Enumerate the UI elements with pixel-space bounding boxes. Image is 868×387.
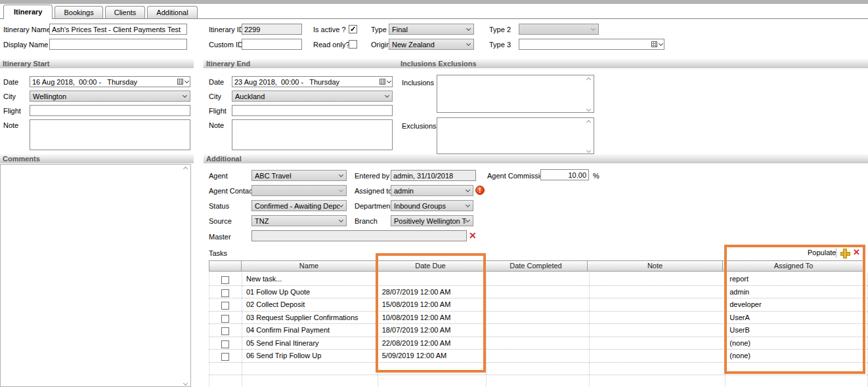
populate-button[interactable]: Populate — [808, 248, 836, 258]
task-date-due-cell[interactable]: 28/07/2019 12:00 AM — [378, 286, 487, 298]
scroll-down-icon[interactable] — [586, 107, 590, 112]
task-date-completed-cell[interactable] — [487, 312, 590, 324]
origin-select[interactable]: New Zealand — [389, 39, 474, 50]
task-note-cell[interactable] — [590, 375, 726, 387]
column-header-date-completed[interactable]: Date Completed — [484, 260, 588, 272]
task-date-completed-cell[interactable] — [487, 375, 590, 387]
display-name-input[interactable] — [49, 39, 187, 50]
comments-textarea[interactable] — [0, 164, 191, 387]
task-note-cell[interactable] — [590, 286, 726, 298]
task-name-cell[interactable] — [242, 363, 378, 375]
agent-contact-select[interactable] — [251, 185, 347, 196]
start-note-textarea[interactable] — [30, 119, 190, 150]
tab-clients[interactable]: Clients — [105, 6, 146, 18]
scroll-down-icon[interactable] — [183, 381, 187, 386]
task-date-completed-cell[interactable] — [487, 298, 590, 311]
read-only-checkbox[interactable] — [349, 40, 357, 49]
assigned-to-select[interactable]: admin — [391, 185, 473, 196]
task-date-completed-cell[interactable] — [487, 273, 590, 285]
task-note-cell[interactable] — [590, 298, 726, 311]
type2-select[interactable] — [519, 24, 599, 35]
task-date-completed-cell[interactable] — [487, 324, 590, 336]
task-checkbox[interactable] — [221, 302, 229, 310]
task-name-cell[interactable]: 03 Request Supplier Confirmations — [242, 312, 378, 324]
task-date-due-cell[interactable] — [378, 375, 487, 387]
task-name-cell[interactable]: 02 Collect Deposit — [242, 298, 378, 311]
column-header-name[interactable]: Name — [241, 260, 377, 272]
delete-task-icon[interactable]: ✕ — [853, 248, 860, 257]
department-select[interactable]: Inbound Groups — [391, 200, 473, 211]
task-assigned-to-cell[interactable]: (none) — [726, 350, 868, 362]
task-name-cell[interactable]: 01 Follow Up Quote — [242, 286, 378, 298]
tab-itinerary[interactable]: Itinerary — [3, 5, 53, 19]
tab-bookings[interactable]: Bookings — [54, 6, 102, 18]
custom-id-input[interactable] — [242, 39, 302, 50]
task-date-due-cell[interactable]: 15/08/2019 12:00 AM — [378, 298, 487, 311]
calendar-dropdown-button[interactable] — [378, 77, 392, 87]
task-assigned-to-cell[interactable] — [726, 363, 868, 375]
column-header-checkbox[interactable] — [209, 260, 242, 272]
calendar-dropdown-button[interactable] — [175, 77, 190, 87]
clear-master-icon[interactable]: ✕ — [469, 231, 477, 240]
task-checkbox[interactable] — [221, 315, 229, 323]
column-header-date-due[interactable]: Date Due — [376, 260, 485, 272]
task-checkbox[interactable] — [221, 353, 229, 361]
task-checkbox[interactable] — [221, 289, 229, 297]
add-task-icon[interactable] — [840, 249, 849, 257]
task-date-completed-cell[interactable] — [487, 350, 590, 362]
scroll-up-icon[interactable] — [183, 167, 187, 171]
task-assigned-to-cell[interactable] — [726, 375, 868, 387]
grid-dropdown-button[interactable] — [649, 39, 664, 49]
type-select[interactable]: Final — [389, 24, 474, 35]
task-name-cell[interactable]: 06 Send Trip Follow Up — [242, 350, 378, 362]
inclusions-textarea[interactable] — [437, 75, 594, 113]
task-checkbox[interactable] — [221, 276, 229, 284]
status-select[interactable]: Confirmed - Awaiting Deposi — [251, 200, 347, 211]
agent-select[interactable]: ABC Travel — [251, 170, 347, 181]
task-checkbox[interactable] — [221, 327, 229, 335]
start-date-picker[interactable]: 16 Aug 2018, 00:00 - Thursday — [30, 76, 190, 87]
exclusions-textarea[interactable] — [437, 117, 594, 154]
task-assigned-to-cell[interactable]: developer — [726, 298, 868, 311]
task-name-cell[interactable]: New task... — [242, 273, 378, 285]
task-date-completed-cell[interactable] — [487, 363, 590, 375]
task-date-due-cell[interactable] — [378, 363, 487, 375]
task-assigned-to-cell[interactable]: UserA — [726, 312, 868, 324]
tab-additional[interactable]: Additional — [147, 6, 197, 18]
scrollbar[interactable] — [181, 166, 189, 385]
start-city-select[interactable]: Wellington — [30, 91, 190, 102]
task-note-cell[interactable] — [590, 350, 726, 362]
task-date-due-cell[interactable]: 22/08/2019 12:00 AM — [378, 337, 487, 350]
task-date-completed-cell[interactable] — [487, 337, 590, 350]
task-note-cell[interactable] — [590, 324, 726, 336]
task-checkbox[interactable] — [221, 340, 229, 348]
scrollbar[interactable] — [584, 77, 592, 111]
task-date-due-cell[interactable]: 10/08/2019 12:00 AM — [378, 312, 487, 324]
task-date-completed-cell[interactable] — [487, 286, 590, 298]
branch-select[interactable]: Positively Wellington Tourisr — [391, 215, 473, 226]
start-flight-input[interactable] — [30, 105, 190, 116]
scroll-up-icon[interactable] — [586, 120, 590, 125]
scroll-down-icon[interactable] — [586, 148, 590, 153]
task-assigned-to-cell[interactable]: admin — [726, 286, 868, 298]
agent-commission-input[interactable] — [540, 169, 589, 180]
source-select[interactable]: TNZ — [251, 215, 347, 226]
type3-picker[interactable] — [519, 39, 664, 50]
task-name-cell[interactable]: 04 Confirm Final Payment — [242, 324, 378, 336]
task-name-cell[interactable] — [242, 375, 378, 387]
task-note-cell[interactable] — [590, 273, 726, 285]
task-note-cell[interactable] — [590, 312, 726, 324]
task-date-due-cell[interactable]: 18/07/2019 12:00 AM — [378, 324, 487, 336]
is-active-checkbox[interactable]: ✓ — [349, 25, 357, 33]
column-header-assigned-to[interactable]: Assigned To — [722, 260, 865, 272]
task-assigned-to-cell[interactable]: report — [726, 273, 868, 285]
task-note-cell[interactable] — [590, 363, 726, 375]
task-assigned-to-cell[interactable]: UserB — [726, 324, 868, 336]
scroll-up-icon[interactable] — [586, 77, 590, 82]
end-flight-input[interactable] — [232, 105, 393, 116]
master-field[interactable] — [251, 230, 467, 241]
end-date-picker[interactable]: 23 Aug 2018, 00:00 - Thursday — [232, 76, 393, 87]
column-header-note[interactable]: Note — [587, 260, 723, 272]
end-city-select[interactable]: Auckland — [232, 91, 393, 102]
task-name-cell[interactable]: 05 Send Final Itinerary — [242, 337, 378, 350]
